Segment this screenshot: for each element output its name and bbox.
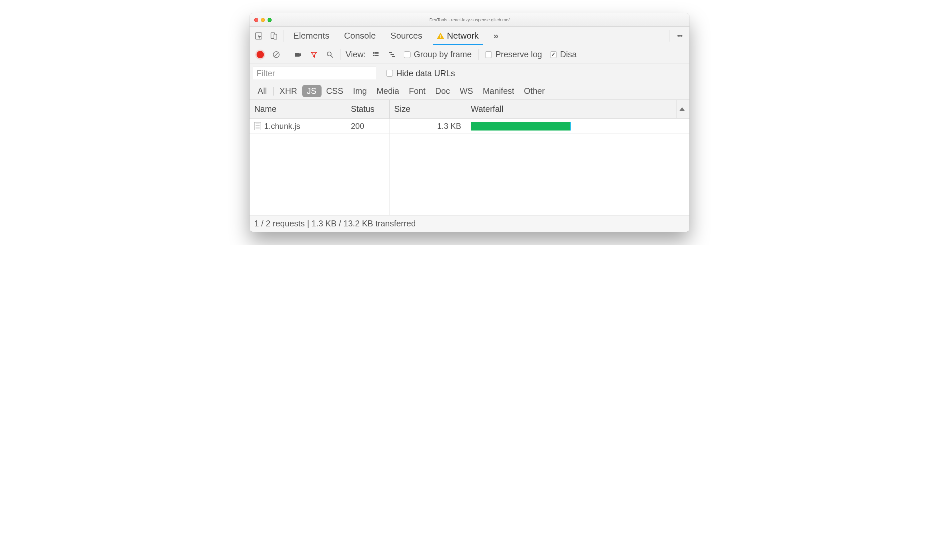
checkbox-label: Group by frame	[414, 49, 472, 59]
overview-button[interactable]	[384, 45, 399, 64]
type-img[interactable]: Img	[348, 85, 372, 97]
minimize-window-button[interactable]	[261, 18, 265, 22]
chevrons-right-icon: »	[493, 31, 497, 41]
titlebar: DevTools - react-lazy-suspense.glitch.me…	[250, 13, 689, 27]
search-button[interactable]	[322, 45, 337, 64]
zoom-window-button[interactable]	[268, 18, 271, 22]
type-manifest[interactable]: Manifest	[478, 85, 519, 97]
divider	[284, 30, 284, 42]
tab-label: Console	[344, 31, 376, 41]
svg-rect-5	[295, 53, 299, 57]
network-toolbar: View: Group by frame Preserve log Disa	[250, 45, 689, 64]
filter-placeholder: Filter	[257, 69, 275, 78]
col-size[interactable]: Size	[390, 100, 466, 118]
type-xhr[interactable]: XHR	[275, 85, 302, 97]
status-bar: 1 / 2 requests | 1.3 KB / 13.2 KB transf…	[250, 215, 689, 232]
svg-rect-12	[389, 52, 392, 53]
col-waterfall[interactable]: Waterfall	[466, 100, 676, 118]
panel-tabs: Elements Console Sources Network »	[250, 27, 689, 45]
svg-rect-13	[390, 54, 394, 55]
col-name[interactable]: Name	[250, 100, 346, 118]
type-css[interactable]: CSS	[322, 85, 348, 97]
status-text: 1 / 2 requests | 1.3 KB / 13.2 KB transf…	[254, 219, 416, 228]
divider	[341, 49, 341, 60]
waterfall-icon	[388, 51, 396, 58]
cell-waterfall	[466, 118, 676, 134]
sort-asc-icon	[680, 107, 685, 111]
close-window-button[interactable]	[254, 18, 258, 22]
checkbox-label: Preserve log	[495, 49, 542, 59]
disable-cache-checkbox[interactable]: Disa	[547, 49, 580, 59]
type-ws[interactable]: WS	[455, 85, 478, 97]
group-by-frame-checkbox[interactable]: Group by frame	[401, 49, 475, 59]
svg-rect-14	[392, 56, 395, 57]
clear-button[interactable]	[269, 45, 284, 64]
table-header: Name Status Size Waterfall	[250, 100, 689, 118]
table-row[interactable]: 1.chunk.js 200 1.3 KB	[250, 118, 689, 134]
tab-console[interactable]: Console	[336, 27, 383, 45]
type-media[interactable]: Media	[372, 85, 404, 97]
list-icon	[372, 51, 380, 58]
window-title: DevTools - react-lazy-suspense.glitch.me…	[250, 17, 689, 22]
svg-rect-10	[373, 55, 375, 56]
requests-table: Name Status Size Waterfall 1.chunk.js 20…	[250, 100, 689, 215]
preserve-log-checkbox[interactable]: Preserve log	[482, 49, 545, 59]
camera-icon	[294, 51, 302, 58]
type-all[interactable]: All	[253, 85, 272, 97]
tab-label: Network	[447, 31, 478, 41]
svg-rect-8	[373, 52, 375, 54]
tab-elements[interactable]: Elements	[286, 27, 336, 45]
divider	[478, 49, 478, 60]
clear-icon	[272, 51, 280, 58]
large-rows-button[interactable]	[369, 45, 383, 64]
type-other[interactable]: Other	[519, 85, 550, 97]
file-icon	[254, 122, 261, 130]
svg-rect-9	[375, 52, 379, 54]
svg-rect-2	[274, 34, 277, 39]
checkbox-icon	[386, 70, 393, 77]
settings-kebab-button[interactable]	[671, 27, 688, 45]
record-icon	[257, 51, 264, 58]
type-doc[interactable]: Doc	[430, 85, 455, 97]
divider	[287, 49, 287, 60]
view-label: View:	[344, 49, 367, 59]
svg-point-6	[327, 52, 331, 56]
tab-network[interactable]: Network	[430, 27, 486, 45]
record-button[interactable]	[253, 45, 268, 64]
checkbox-label: Disa	[560, 49, 577, 59]
tab-label: Sources	[390, 31, 422, 41]
device-toolbar-icon[interactable]	[266, 27, 282, 45]
filter-input[interactable]: Filter	[253, 66, 376, 80]
funnel-icon	[310, 51, 318, 58]
type-font[interactable]: Font	[404, 85, 430, 97]
devtools-window: DevTools - react-lazy-suspense.glitch.me…	[250, 13, 689, 232]
cell-name: 1.chunk.js	[250, 118, 346, 134]
svg-line-7	[331, 55, 333, 58]
request-name: 1.chunk.js	[264, 122, 300, 131]
table-body: 1.chunk.js 200 1.3 KB	[250, 118, 689, 215]
tab-label: Elements	[293, 31, 329, 41]
type-js[interactable]: JS	[302, 85, 322, 97]
svg-line-4	[274, 52, 278, 57]
inspect-element-icon[interactable]	[251, 27, 266, 45]
col-sort[interactable]	[676, 100, 689, 118]
checkbox-icon	[550, 51, 557, 58]
filter-bar: Filter Hide data URLs	[250, 64, 689, 83]
capture-screenshots-button[interactable]	[291, 45, 305, 64]
warning-icon	[437, 32, 444, 39]
filter-toggle-button[interactable]	[307, 45, 321, 64]
cell-spacer	[676, 118, 689, 134]
col-status[interactable]: Status	[346, 100, 390, 118]
cell-size: 1.3 KB	[390, 118, 466, 134]
checkbox-label: Hide data URLs	[396, 69, 455, 78]
hide-data-urls-checkbox[interactable]: Hide data URLs	[383, 69, 458, 78]
search-icon	[326, 51, 334, 58]
resource-type-filters: All XHR JS CSS Img Media Font Doc WS Man…	[250, 83, 689, 100]
divider	[669, 30, 669, 42]
svg-rect-11	[375, 55, 379, 56]
more-tabs-button[interactable]: »	[486, 27, 504, 45]
checkbox-icon	[485, 51, 492, 58]
tab-sources[interactable]: Sources	[383, 27, 430, 45]
cell-status: 200	[346, 118, 390, 134]
divider	[273, 87, 274, 95]
